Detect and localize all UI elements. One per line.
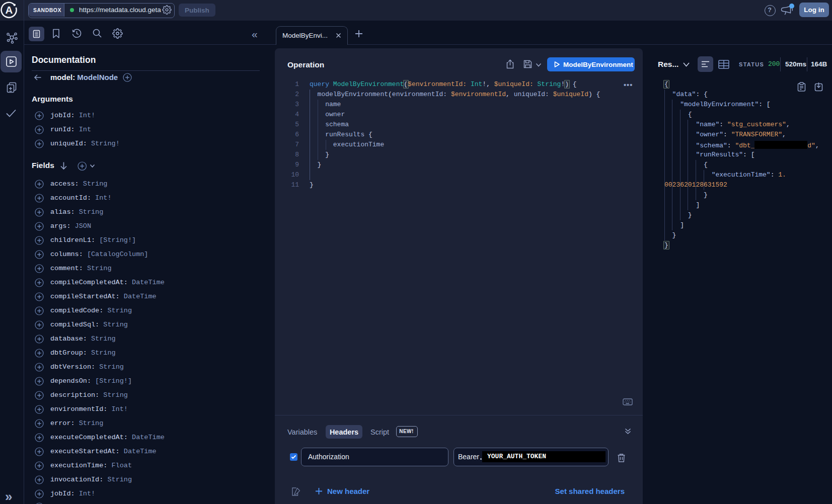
svg-text:A: A	[5, 4, 13, 16]
